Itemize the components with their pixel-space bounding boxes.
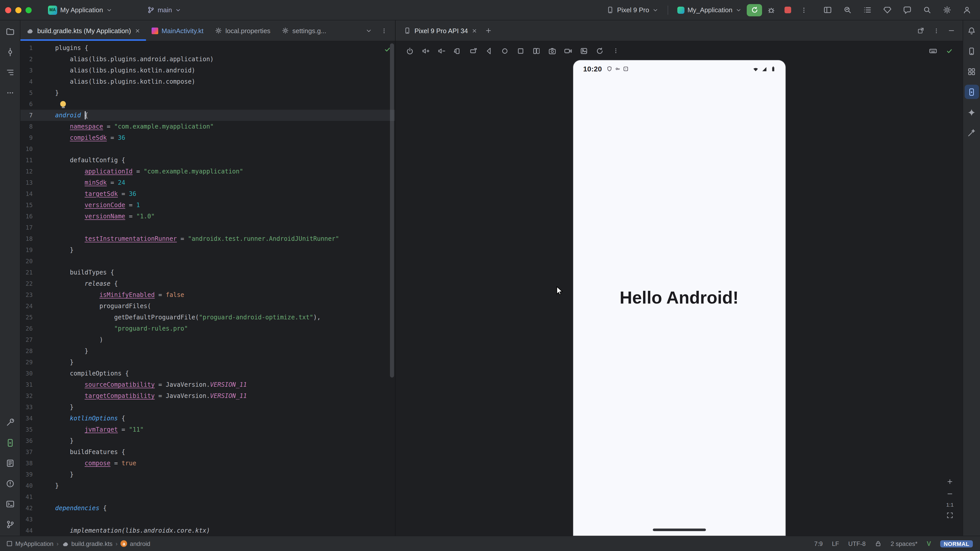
- code-line[interactable]: 6: [21, 98, 395, 110]
- device-more-button[interactable]: [609, 44, 622, 57]
- settings-button[interactable]: [940, 3, 954, 17]
- code-line[interactable]: 12 applicationId = "com.example.myapplic…: [21, 166, 395, 177]
- tab-build-gradle[interactable]: build.gradle.kts (My Application): [21, 21, 146, 41]
- code-line[interactable]: 25 getDefaultProguardFile("proguard-andr…: [21, 312, 395, 323]
- home-button[interactable]: [499, 44, 511, 57]
- screen-record-button[interactable]: [562, 44, 574, 57]
- line-separator-widget[interactable]: LF: [832, 540, 839, 547]
- code-line[interactable]: 22 release {: [21, 278, 395, 289]
- code-line[interactable]: 4 alias(libs.plugins.kotlin.compose): [21, 76, 395, 87]
- fit-to-window-button[interactable]: [944, 510, 956, 521]
- code-line[interactable]: 31 sourceCompatibility = JavaVersion.VER…: [21, 379, 395, 390]
- hidden-tabs-button[interactable]: [363, 24, 375, 37]
- code-line[interactable]: 38 compose = true: [21, 457, 395, 469]
- code-line[interactable]: 9 compileSdk = 36: [21, 132, 395, 143]
- fold-button[interactable]: [530, 44, 542, 57]
- code-line[interactable]: 39 }: [21, 469, 395, 480]
- tab-settings-gradle[interactable]: settings.g...: [276, 21, 332, 41]
- code-line[interactable]: 5}: [21, 87, 395, 98]
- rotate-left-button[interactable]: [451, 44, 463, 57]
- tab-local-properties[interactable]: local.properties: [209, 21, 276, 41]
- hardware-input-button[interactable]: [927, 44, 939, 57]
- code-line[interactable]: 34 kotlinOptions {: [21, 413, 395, 424]
- open-in-new-window-button[interactable]: [915, 24, 927, 37]
- minimize-window-button[interactable]: [15, 7, 21, 13]
- lock-icon[interactable]: [875, 540, 881, 547]
- rotate-right-button[interactable]: [467, 44, 479, 57]
- hide-panel-button[interactable]: [945, 24, 958, 37]
- terminal-tool-button[interactable]: [3, 497, 17, 511]
- code-lines[interactable]: 1plugins {2 alias(libs.plugins.android.a…: [21, 42, 395, 536]
- editor-options-button[interactable]: [378, 24, 390, 37]
- device-screen[interactable]: 10:20 Hello Android!: [573, 60, 785, 536]
- code-line[interactable]: 33 }: [21, 402, 395, 413]
- code-line[interactable]: 43: [21, 514, 395, 525]
- breadcrumb-file[interactable]: build.gradle.kts: [62, 540, 112, 547]
- quickfix-bulb-icon[interactable]: [60, 101, 66, 106]
- code-line[interactable]: 27 ): [21, 334, 395, 345]
- code-line[interactable]: 36 }: [21, 435, 395, 446]
- more-actions-button[interactable]: [797, 3, 811, 17]
- code-line[interactable]: 32 targetCompatibility = JavaVersion.VER…: [21, 390, 395, 402]
- code-line[interactable]: 42dependencies {: [21, 503, 395, 514]
- device-selector[interactable]: Pixel 9 Pro: [603, 5, 662, 15]
- close-window-button[interactable]: [5, 7, 11, 13]
- breadcrumb-project[interactable]: MyApplication: [6, 540, 53, 547]
- code-line[interactable]: 17: [21, 222, 395, 233]
- code-line[interactable]: 15 versionCode = 1: [21, 200, 395, 211]
- caret-position-widget[interactable]: 7:9: [814, 540, 822, 547]
- tab-mainactivity[interactable]: MainActivity.kt: [146, 21, 209, 41]
- editor-scrollbar[interactable]: [390, 43, 394, 378]
- code-line[interactable]: 44 implementation(libs.androidx.core.ktx…: [21, 525, 395, 536]
- code-line[interactable]: 35 jvmTarget = "11": [21, 424, 395, 435]
- problems-tool-button[interactable]: [3, 476, 17, 491]
- code-line[interactable]: 19 }: [21, 245, 395, 256]
- debug-button[interactable]: [764, 3, 778, 17]
- search-everywhere-button[interactable]: [920, 3, 934, 17]
- snapshot-button[interactable]: [546, 44, 558, 57]
- code-line[interactable]: 8 namespace = "com.example.myapplication…: [21, 121, 395, 132]
- code-line[interactable]: 13 minSdk = 24: [21, 177, 395, 188]
- code-line[interactable]: 2 alias(libs.plugins.android.application…: [21, 54, 395, 65]
- code-line[interactable]: 14 targetSdk = 36: [21, 188, 395, 200]
- stop-button[interactable]: [780, 3, 795, 17]
- power-button[interactable]: [404, 44, 416, 57]
- code-editor[interactable]: 1plugins {2 alias(libs.plugins.android.a…: [21, 41, 395, 536]
- code-line[interactable]: 7android {: [21, 110, 395, 121]
- project-selector[interactable]: MA My Application: [45, 4, 115, 16]
- notifications-tool-button[interactable]: [964, 24, 979, 38]
- device-tab[interactable]: Pixel 9 Pro API 34: [396, 21, 482, 41]
- account-button[interactable]: [959, 3, 974, 17]
- zoom-in-button[interactable]: [944, 476, 956, 487]
- close-tab-button[interactable]: [135, 28, 140, 33]
- running-devices-tool-button[interactable]: [3, 436, 17, 450]
- todo-list-button[interactable]: [860, 3, 874, 17]
- build-tool-button[interactable]: [3, 415, 17, 430]
- indent-widget[interactable]: 2 spaces*: [891, 540, 918, 547]
- overview-button[interactable]: [514, 44, 527, 57]
- vcs-branch-selector[interactable]: main: [144, 5, 184, 15]
- code-line[interactable]: 21 buildTypes {: [21, 267, 395, 278]
- breadcrumb-block[interactable]: a android: [121, 540, 150, 547]
- code-line[interactable]: 29 }: [21, 357, 395, 368]
- code-line[interactable]: 26 "proguard-rules.pro": [21, 323, 395, 334]
- code-line[interactable]: 18 testInstrumentationRunner = "androidx…: [21, 233, 395, 245]
- run-configuration-selector[interactable]: My_Application: [674, 5, 745, 15]
- ai-chat-button[interactable]: [900, 3, 914, 17]
- reboot-button[interactable]: [593, 44, 606, 57]
- zoom-out-button[interactable]: [944, 488, 956, 499]
- code-line[interactable]: 30 compileOptions {: [21, 368, 395, 379]
- vim-mode-badge[interactable]: NORMAL: [940, 540, 973, 547]
- add-device-tab-button[interactable]: [482, 24, 495, 37]
- plugins-button[interactable]: [880, 3, 894, 17]
- zoom-window-button[interactable]: [25, 7, 32, 13]
- code-line[interactable]: 24 proguardFiles(: [21, 300, 395, 312]
- code-line[interactable]: 40}: [21, 480, 395, 491]
- close-device-tab-button[interactable]: [472, 28, 477, 33]
- code-line[interactable]: 28 }: [21, 345, 395, 357]
- more-tools-button[interactable]: [3, 86, 17, 100]
- project-tool-button[interactable]: [3, 24, 17, 39]
- code-line[interactable]: 10: [21, 143, 395, 155]
- commit-tool-button[interactable]: [3, 45, 17, 59]
- device-manager-tool-button[interactable]: [964, 44, 979, 58]
